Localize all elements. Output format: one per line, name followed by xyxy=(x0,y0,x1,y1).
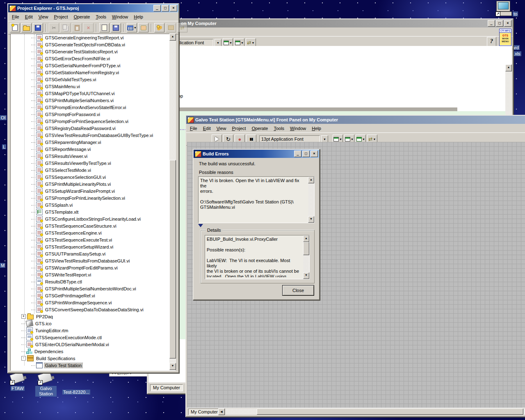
save-all-button[interactable] xyxy=(33,23,43,32)
tree-item[interactable]: ResultsDBType.ctl xyxy=(11,278,175,285)
sync-button[interactable]: ⇄ xyxy=(177,23,187,32)
tree-item[interactable]: GTSViewTestResultsFromDatabaseGUI.vi xyxy=(11,257,175,264)
minimize-button[interactable]: _ xyxy=(153,5,161,11)
desktop-label-partial-to[interactable]: to xyxy=(513,11,518,16)
desktop-label-partial-oi[interactable]: OI xyxy=(0,115,7,120)
menu-view[interactable]: View xyxy=(36,14,51,20)
tree-item[interactable]: GTSPrintWordImageSequence.vi xyxy=(11,299,175,306)
paste-button[interactable] xyxy=(72,23,82,32)
menu-tools[interactable]: Tools xyxy=(93,14,109,20)
export-vi-button[interactable] xyxy=(99,23,110,32)
project-explorer-window[interactable]: Project Explorer - GTS.lvproj _ □ × File… xyxy=(7,3,179,373)
minimize-button[interactable]: _ xyxy=(488,20,495,27)
menu-edit[interactable]: Edit xyxy=(200,125,214,132)
diagram-window-titlebar[interactable]: on My Computer _ □ × xyxy=(148,19,513,27)
menu-tools[interactable]: Tools xyxy=(271,125,287,132)
project-explorer-titlebar[interactable]: Project Explorer - GTS.lvproj _ □ × xyxy=(8,4,178,12)
execution-target-tab[interactable]: My Computer xyxy=(188,409,220,415)
tree-item[interactable]: GTSSequenceSelectionGUI.vi xyxy=(11,173,175,180)
menu-help[interactable]: Help xyxy=(309,125,324,132)
tree-item[interactable]: GTSGetPrintImageRef.vi xyxy=(11,292,175,299)
tree-item[interactable]: GTSMainMenu.vi xyxy=(11,83,175,90)
tree-item[interactable]: GTSWriteTestReport.vi xyxy=(11,271,175,278)
menu-edit[interactable]: Edit xyxy=(22,14,36,20)
expand-icon[interactable]: + xyxy=(21,314,26,319)
tree-item[interactable]: GTSUUTParamsEasySetup.vi xyxy=(11,250,175,257)
tree-item[interactable]: GTSSplash.vi xyxy=(11,201,175,208)
menu-window[interactable]: Window xyxy=(287,125,309,132)
tree-item[interactable]: GTSSequenceExecutionMode.ctl xyxy=(11,334,175,341)
desktop-label-partial-m[interactable]: M xyxy=(0,263,5,268)
vi-icon-badge[interactable]: CTI MFG GTS MAIN MENU xyxy=(499,29,511,46)
close-button[interactable]: × xyxy=(504,20,511,27)
desktop-label-partial-l[interactable]: L xyxy=(2,144,6,149)
menu-project[interactable]: Project xyxy=(229,125,249,132)
close-button[interactable]: × xyxy=(310,151,318,157)
tree-item[interactable]: GTSPrintMultipleLinearityPlots.vi xyxy=(11,180,175,187)
menu-file[interactable]: File xyxy=(187,125,200,132)
tree-item[interactable]: GTSGenerateTestStatisticsReport.vi xyxy=(11,48,175,55)
tree-item[interactable]: GTSGetStationNameFromRegistry.vi xyxy=(11,69,175,76)
reasons-textbox[interactable]: The VI is broken. Open the VI in LabVIEW… xyxy=(198,176,315,223)
tree-item[interactable]: TuningEditor.rtm xyxy=(11,327,175,334)
save-vi-button[interactable] xyxy=(111,23,121,32)
tree-item[interactable]: GTSMapPDTypeToUUTChannel.vi xyxy=(11,90,175,97)
tree-item[interactable]: GTSConfigureListboxStringsForLinearityLo… xyxy=(11,215,175,222)
tree-item[interactable]: -Build Specifications xyxy=(11,355,175,362)
cut-button[interactable]: ✂ xyxy=(49,23,59,32)
desktop-icon-galvo-station[interactable]: ↗ Galvo Station xyxy=(34,371,57,400)
my-computer-icon[interactable]: ↗ xyxy=(495,1,513,19)
tree-item[interactable]: GTSTestSequenceCaseStructure.vi xyxy=(11,222,175,229)
tree-item[interactable]: Dependencies xyxy=(11,348,175,355)
new-file-button[interactable] xyxy=(10,23,20,32)
tree-item[interactable]: GTSReportMessage.vi xyxy=(11,146,175,153)
tree-item[interactable]: GTS.ico xyxy=(11,320,175,327)
tree-item[interactable]: GTSResultsViewerByTestType.vi xyxy=(11,160,175,167)
tree-item[interactable]: GTSTestSequenceSetupWizard.vi xyxy=(11,243,175,250)
tree-item[interactable]: +PP2Daq xyxy=(11,313,175,320)
tree-item[interactable]: GTSTestSequenceExecuteTest.vi xyxy=(11,236,175,243)
desktop-icon-test-label[interactable]: Test-82320... xyxy=(62,390,90,395)
scroll-left-button[interactable]: ◀ xyxy=(218,409,225,415)
copy-button[interactable] xyxy=(60,23,71,32)
reasons-vscrollbar[interactable]: ▲ ▼ xyxy=(308,177,314,223)
tree-item[interactable]: GTSGetErrorDescFromINIFile.vi xyxy=(11,55,175,62)
scrollbar-thumb[interactable] xyxy=(257,409,523,415)
font-selector-dropdown[interactable]: ▼ xyxy=(215,39,221,47)
minimize-button[interactable]: _ xyxy=(294,151,301,157)
context-help-button[interactable]: ? xyxy=(487,37,496,47)
open-project-button[interactable] xyxy=(21,23,32,32)
menu-view[interactable]: View xyxy=(214,125,229,132)
project-tree[interactable]: GTSGenerateEngineeringTestReport.viGTSGe… xyxy=(10,34,176,371)
tree-item[interactable]: GTSGetSerialNumberFromPDType.vi xyxy=(11,62,175,69)
execution-target-tab[interactable]: My Computer xyxy=(150,384,183,391)
tree-item[interactable]: GTSGetValidTestTypes.vi xyxy=(11,76,175,83)
build-errors-dialog[interactable]: Build Errors _ □ × The build was unsucce… xyxy=(193,149,320,300)
tree-item[interactable]: GTSPromptErrorAndServoStateIfError.vi xyxy=(11,104,175,111)
scroll-up-button[interactable]: ▲ xyxy=(505,64,512,71)
tree-item[interactable]: GTSRegistryDataReadPassword.vi xyxy=(11,125,175,132)
maximize-button[interactable]: □ xyxy=(496,20,503,27)
menu-file[interactable]: File xyxy=(9,14,22,20)
close-button[interactable]: × xyxy=(170,5,177,11)
collapse-icon[interactable]: - xyxy=(21,356,26,361)
menu-project[interactable]: Project xyxy=(51,14,71,20)
scroll-up-button[interactable]: ▲ xyxy=(303,235,309,242)
tree-item[interactable]: GTSSetupWizardFinalizePrompt.vi xyxy=(11,187,175,194)
tree-item[interactable]: GTSViewTestResultsFromDatabaseGUIByTestT… xyxy=(11,132,175,139)
tree-item[interactable]: GTSTestSequenceEngine.vi xyxy=(11,229,175,236)
tree-item[interactable]: GTSConvertSweepDataToDatabaseDataString.… xyxy=(11,306,175,313)
font-selector[interactable]: lication Font xyxy=(178,39,213,47)
tree-item[interactable]: GTSTemplate.xlt xyxy=(11,208,175,215)
tree-item[interactable]: GTSPromptForPassword.vi xyxy=(11,111,175,118)
tree-item[interactable]: GTSGenerateEngineeringTestReport.vi xyxy=(11,34,175,41)
tree-item[interactable]: GTSPrintMultipleSerialNumberstoWordDoc.v… xyxy=(11,285,175,292)
files-view-dropdown[interactable]: ▼ xyxy=(127,23,137,32)
build-errors-titlebar[interactable]: Build Errors _ □ × xyxy=(194,150,319,158)
front-panel-titlebar[interactable]: Galvo Test Station [GTSMainMenu.vi] Fron… xyxy=(186,116,525,124)
tree-item[interactable]: GTSPromptForPrintSequenceSelection.vi xyxy=(11,118,175,125)
menu-operate[interactable]: Operate xyxy=(249,125,271,132)
deploy-button[interactable] xyxy=(166,23,176,32)
close-dialog-button[interactable]: Close xyxy=(282,285,314,296)
desktop-icon-ftaw[interactable]: ↗ FTAW xyxy=(7,371,28,394)
